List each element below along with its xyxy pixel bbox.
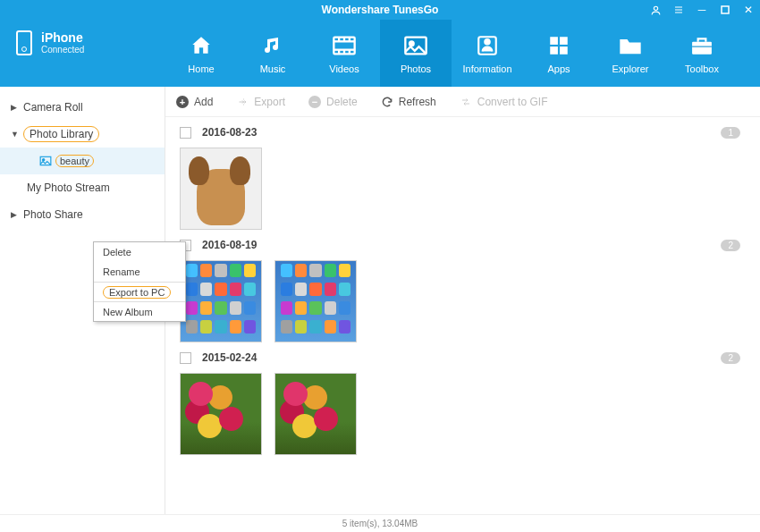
device-name: iPhone: [41, 30, 84, 45]
export-icon: [236, 97, 249, 107]
group-date: 2016-08-23: [202, 126, 257, 139]
toolbar-export[interactable]: Export: [236, 96, 285, 108]
context-menu: Delete Rename Export to PC New Album: [93, 241, 186, 322]
context-new-album[interactable]: New Album: [94, 301, 185, 321]
close-button[interactable]: ✕: [737, 0, 760, 20]
videos-icon: [330, 33, 359, 58]
sidebar-photo-library-label: Photo Library: [23, 126, 99, 142]
context-delete-label: Delete: [103, 247, 131, 258]
toolbar-delete[interactable]: −Delete: [308, 96, 358, 108]
plus-icon: +: [176, 96, 189, 108]
photo-thumbnail[interactable]: [180, 148, 262, 230]
explorer-icon: [616, 33, 645, 58]
svg-rect-20: [550, 46, 558, 55]
nav-apps[interactable]: Apps: [523, 20, 595, 87]
user-icon[interactable]: [644, 0, 667, 20]
group-count-badge: 1: [721, 127, 740, 139]
context-new-album-label: New Album: [103, 307, 153, 317]
toolbar-add[interactable]: +Add: [176, 96, 213, 108]
toolbar: +Add Export −Delete Refresh Convert to G…: [165, 87, 760, 117]
nav-videos-label: Videos: [329, 63, 359, 74]
sidebar-album-beauty-label: beauty: [55, 155, 94, 167]
title-bar: Wondershare TunesGo ─ ✕: [0, 0, 760, 20]
nav-music-label: Music: [260, 63, 286, 74]
nav-toolbox-label: Toolbox: [685, 63, 719, 74]
top-bar: iPhone Connected Home Music Videos Photo…: [0, 20, 760, 87]
sidebar-camera-roll-label: Camera Roll: [23, 101, 83, 114]
toolbar-delete-label: Delete: [326, 96, 358, 108]
photo-group: 2016-08-19 2: [180, 239, 746, 342]
nav-home[interactable]: Home: [165, 20, 237, 87]
svg-point-15: [410, 41, 414, 46]
toolbar-convert-label: Convert to GIF: [477, 96, 548, 108]
context-delete[interactable]: Delete: [94, 242, 185, 262]
menu-icon[interactable]: [667, 0, 690, 20]
window-controls: ─ ✕: [644, 0, 760, 20]
svg-rect-19: [560, 37, 568, 45]
context-export-pc[interactable]: Export to PC: [94, 282, 185, 301]
sidebar-photo-share[interactable]: ▶ Photo Share: [0, 201, 165, 228]
photo-group: 2015-02-24 2: [180, 351, 746, 455]
photo-thumbnail[interactable]: [274, 373, 357, 455]
toolbar-convert-gif[interactable]: Convert to GIF: [460, 96, 548, 108]
photo-thumbnail[interactable]: [274, 260, 357, 342]
picture-icon: [39, 156, 52, 166]
photo-thumbnail[interactable]: [180, 260, 262, 342]
group-checkbox[interactable]: [180, 127, 191, 139]
nav-toolbox[interactable]: Toolbox: [666, 20, 738, 87]
group-date: 2016-08-19: [202, 239, 257, 251]
phone-icon: [16, 30, 32, 55]
minimize-button[interactable]: ─: [690, 0, 714, 20]
sidebar-album-beauty[interactable]: beauty: [0, 148, 165, 174]
apps-icon: [545, 33, 573, 58]
nav-home-label: Home: [188, 63, 214, 74]
group-count-badge: 2: [721, 240, 740, 251]
maximize-button[interactable]: [714, 0, 737, 20]
nav-explorer[interactable]: Explorer: [595, 20, 666, 87]
sidebar-photo-share-label: Photo Share: [23, 208, 83, 221]
status-bar: 5 item(s), 13.04MB: [0, 514, 760, 532]
chevron-right-icon: ▶: [11, 103, 20, 112]
nav-photos-label: Photos: [401, 63, 431, 74]
svg-rect-21: [560, 46, 568, 55]
sidebar-my-photo-stream[interactable]: My Photo Stream: [0, 174, 165, 201]
sidebar: ▶ Camera Roll ▼ Photo Library beauty My …: [0, 87, 165, 514]
svg-rect-18: [550, 37, 558, 45]
status-text: 5 item(s), 13.04MB: [342, 519, 418, 528]
sidebar-photo-library[interactable]: ▼ Photo Library: [0, 121, 165, 148]
group-checkbox[interactable]: [180, 352, 191, 364]
photos-scroll[interactable]: 2016-08-23 1 2016-08-19 2: [165, 117, 760, 514]
svg-point-17: [485, 38, 489, 43]
nav-information-label: Information: [462, 63, 511, 74]
toolbar-add-label: Add: [194, 96, 213, 108]
convert-icon: [460, 97, 472, 107]
context-export-pc-label: Export to PC: [103, 286, 171, 299]
toolbar-export-label: Export: [254, 96, 285, 108]
svg-rect-22: [692, 41, 712, 54]
photos-icon: [401, 33, 430, 58]
context-rename[interactable]: Rename: [94, 262, 185, 282]
music-icon: [258, 33, 287, 58]
svg-point-0: [654, 6, 657, 10]
device-status: Connected: [41, 45, 84, 55]
toolbar-refresh-label: Refresh: [399, 96, 436, 108]
refresh-icon: [381, 96, 393, 108]
nav-information[interactable]: Information: [452, 20, 523, 87]
context-rename-label: Rename: [103, 266, 140, 277]
device-panel[interactable]: iPhone Connected: [0, 20, 165, 87]
toolbar-refresh[interactable]: Refresh: [381, 96, 436, 108]
home-icon: [187, 33, 215, 58]
toolbox-icon: [688, 33, 716, 58]
sidebar-my-photo-stream-label: My Photo Stream: [27, 182, 110, 194]
svg-rect-4: [722, 6, 729, 13]
sidebar-camera-roll[interactable]: ▶ Camera Roll: [0, 94, 165, 121]
group-date: 2015-02-24: [202, 351, 257, 364]
group-count-badge: 2: [721, 352, 740, 364]
window-title: Wondershare TunesGo: [322, 4, 439, 16]
photo-thumbnail[interactable]: [180, 373, 262, 455]
nav-photos[interactable]: Photos: [380, 20, 452, 87]
information-icon: [473, 33, 502, 58]
nav-videos[interactable]: Videos: [308, 20, 380, 87]
nav-music[interactable]: Music: [237, 20, 308, 87]
minus-icon: −: [308, 96, 321, 108]
